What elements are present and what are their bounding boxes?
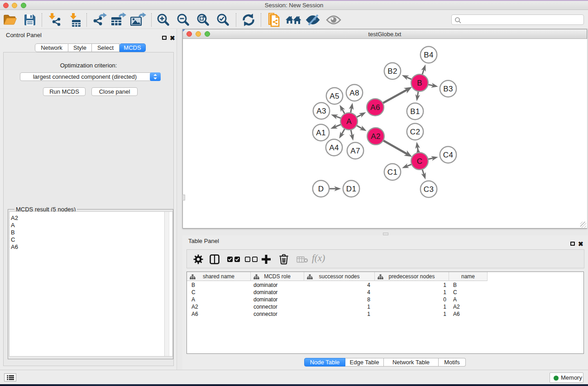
svg-text:D1: D1 [346,185,357,193]
svg-text:A2: A2 [371,132,381,141]
svg-text:C3: C3 [424,185,434,194]
svg-text:B: B [417,79,422,87]
svg-text:C4: C4 [443,151,454,159]
svg-text:A4: A4 [329,143,339,152]
svg-text:D: D [318,185,324,193]
svg-text:A6: A6 [370,103,380,112]
svg-text:B4: B4 [424,51,434,59]
svg-text:C1: C1 [387,168,398,176]
svg-text:B3: B3 [443,85,453,93]
svg-text:B1: B1 [410,107,420,116]
svg-text:A7: A7 [350,147,360,155]
svg-text:A1: A1 [316,129,326,137]
svg-text:A3: A3 [316,107,326,115]
svg-text:B2: B2 [387,67,397,76]
svg-text:A5: A5 [330,92,339,100]
svg-text:C: C [417,157,423,166]
svg-text:C2: C2 [410,128,421,136]
svg-text:A: A [346,117,352,126]
svg-text:A8: A8 [349,89,359,97]
